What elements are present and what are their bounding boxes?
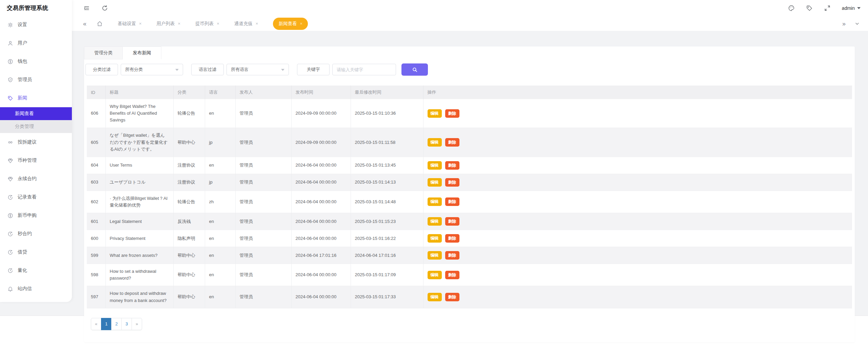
table-header-row: ID标题分类语言发布人发布时间最后修改时间操作: [87, 86, 852, 99]
pagination-page-button[interactable]: 2: [111, 318, 122, 330]
delete-button[interactable]: 删除: [445, 109, 459, 118]
collapse-menu-icon[interactable]: [83, 5, 90, 12]
gear-icon: [7, 22, 13, 28]
table-row: 604User Terms注册协议en管理员2024-06-04 00:00:0…: [87, 157, 852, 174]
cell-title: · 为什么选择Bitget Wallet？AI量化储蓄的优势: [105, 191, 173, 213]
category-select[interactable]: 所有分类: [121, 64, 183, 75]
sidebar-item[interactable]: 量化: [0, 261, 72, 280]
column-header: 发布时间: [291, 86, 351, 99]
edit-button[interactable]: 编辑: [428, 161, 442, 170]
refresh-icon[interactable]: [101, 5, 108, 12]
home-icon[interactable]: [97, 21, 103, 27]
edit-button[interactable]: 编辑: [428, 217, 442, 226]
language-select[interactable]: 所有语言: [226, 64, 289, 75]
sidebar-subitem[interactable]: 新闻查看: [0, 107, 72, 120]
sidebar-item[interactable]: 秒合约: [0, 225, 72, 243]
cell-category: 轮播公告: [173, 191, 205, 213]
cell-publisher: 管理员: [235, 264, 291, 286]
sidebar-item[interactable]: 投拆建议: [0, 133, 72, 151]
sidebar-item[interactable]: 站内信: [0, 280, 72, 298]
sidebar-item[interactable]: 新闻: [0, 89, 72, 107]
panel-tabs: 管理分类发布新闻: [84, 46, 855, 59]
close-icon[interactable]: ×: [256, 21, 258, 26]
nav-tab[interactable]: 新闻查看×: [273, 18, 308, 30]
delete-button[interactable]: 删除: [445, 161, 459, 170]
edit-button[interactable]: 编辑: [428, 234, 442, 243]
tabs-menu-chevron-icon[interactable]: [854, 21, 860, 26]
close-icon[interactable]: ×: [217, 21, 219, 26]
edit-button[interactable]: 编辑: [428, 293, 442, 301]
sidebar-item[interactable]: 新币申购: [0, 206, 72, 225]
panel-tab[interactable]: 管理分类: [84, 46, 123, 59]
sidebar-item[interactable]: 用户: [0, 34, 72, 52]
nav-tab[interactable]: 通道充值×: [234, 18, 258, 30]
cell-lang: en: [205, 286, 235, 308]
cell-lang: en: [205, 230, 235, 247]
delete-button[interactable]: 删除: [445, 217, 459, 226]
delete-button[interactable]: 删除: [445, 271, 459, 279]
cell-id: 606: [87, 99, 105, 128]
sidebar-item[interactable]: 币种管理: [0, 151, 72, 170]
tabs-scroll-right-icon[interactable]: »: [842, 21, 846, 27]
delete-button[interactable]: 删除: [445, 234, 459, 243]
nav-tab[interactable]: 基础设置×: [118, 18, 142, 30]
cell-lang: en: [205, 247, 235, 264]
close-icon[interactable]: ×: [178, 21, 181, 26]
nav-tab-label: 提币列表: [195, 21, 214, 27]
cell-modified-time: 2025-03-15 01:14:13: [351, 174, 423, 191]
cell-id: 605: [87, 128, 105, 157]
pagination: «123»: [91, 318, 142, 330]
close-icon[interactable]: ×: [300, 21, 302, 26]
delete-button[interactable]: 删除: [445, 197, 459, 206]
cell-title: How to set a withdrawal password?: [105, 264, 173, 286]
table-row: 605なぜ「Bitget wallet」を選んだのですか？貯蓄を定量化するAIの…: [87, 128, 852, 157]
sidebar-item-label: 永续合约: [18, 176, 37, 182]
pagination-page-button[interactable]: 3: [121, 318, 132, 330]
keyword-input[interactable]: [332, 64, 396, 75]
panel-tab[interactable]: 发布新闻: [123, 46, 161, 59]
cell-title: User Terms: [105, 157, 173, 174]
delete-button[interactable]: 删除: [445, 251, 459, 260]
cell-publish-time: 2024-06-04 00:00:00: [291, 230, 351, 247]
edit-button[interactable]: 编辑: [428, 138, 442, 147]
sidebar-item[interactable]: 管理员: [0, 71, 72, 89]
nav-tab[interactable]: 提币列表×: [195, 18, 219, 30]
search-button[interactable]: [401, 63, 428, 76]
sidebar-item[interactable]: 借贷: [0, 243, 72, 261]
delete-button[interactable]: 删除: [445, 293, 459, 301]
dollar-circle-icon: [7, 59, 13, 64]
cell-category: 帮助中心: [173, 247, 205, 264]
sidebar-item[interactable]: 钱包: [0, 52, 72, 71]
tag-icon[interactable]: [806, 5, 813, 12]
cell-id: 602: [87, 191, 105, 213]
pagination-prev-button[interactable]: «: [91, 318, 101, 330]
delete-button[interactable]: 删除: [445, 178, 459, 187]
edit-button[interactable]: 编辑: [428, 178, 442, 187]
fullscreen-icon[interactable]: [824, 5, 831, 12]
column-header: 发布人: [235, 86, 291, 99]
cell-title: Why Bitget Wallet? The Benefits of AI Qu…: [105, 99, 173, 128]
pagination-page-button[interactable]: 1: [101, 318, 112, 330]
close-icon[interactable]: ×: [139, 21, 142, 26]
sidebar-subitem[interactable]: 分类管理: [0, 120, 72, 133]
edit-button[interactable]: 编辑: [428, 197, 442, 206]
nav-tab[interactable]: 用户列表×: [157, 18, 181, 30]
sidebar-item-label: 用户: [18, 40, 27, 46]
sidebar-item[interactable]: 永续合约: [0, 170, 72, 188]
edit-button[interactable]: 编辑: [428, 251, 442, 260]
edit-button[interactable]: 编辑: [428, 271, 442, 279]
delete-button[interactable]: 删除: [445, 138, 459, 147]
edit-button[interactable]: 编辑: [428, 109, 442, 118]
filter-bar: 分类过滤 所有分类 语言过滤 所有语言 关键字: [85, 63, 855, 76]
cell-category: 帮助中心: [173, 264, 205, 286]
sidebar-item[interactable]: 记录查看: [0, 188, 72, 206]
sidebar-item[interactable]: 设置: [0, 16, 72, 34]
cell-id: 599: [87, 247, 105, 264]
cell-modified-time: 2025-03-15 01:15:23: [351, 213, 423, 230]
tabs-scroll-left-icon[interactable]: «: [83, 21, 86, 27]
pagination-next-button[interactable]: »: [132, 318, 142, 330]
theme-palette-icon[interactable]: [788, 5, 795, 12]
shield-check-icon: [7, 77, 13, 83]
cell-category: 隐私声明: [173, 230, 205, 247]
user-menu[interactable]: admin: [842, 5, 861, 11]
